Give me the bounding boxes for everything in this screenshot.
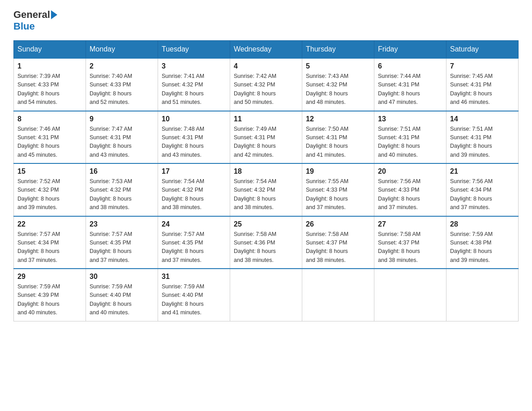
calendar-day-cell: 4 Sunrise: 7:42 AMSunset: 4:32 PMDayligh…: [230, 58, 302, 111]
logo-arrow-icon: [51, 10, 57, 19]
calendar-day-cell: 23 Sunrise: 7:57 AMSunset: 4:35 PMDaylig…: [86, 216, 158, 269]
day-number: 5: [306, 62, 370, 70]
calendar-day-cell: 22 Sunrise: 7:57 AMSunset: 4:34 PMDaylig…: [14, 216, 86, 269]
day-number: 11: [234, 115, 298, 123]
day-number: 1: [17, 62, 82, 70]
day-info: Sunrise: 7:55 AMSunset: 4:33 PMDaylight:…: [306, 178, 348, 210]
day-number: 28: [450, 220, 515, 228]
calendar-day-cell: 10 Sunrise: 7:48 AMSunset: 4:31 PMDaylig…: [158, 111, 230, 164]
day-number: 21: [450, 167, 515, 176]
day-number: 9: [90, 115, 154, 123]
day-info: Sunrise: 7:58 AMSunset: 4:36 PMDaylight:…: [234, 231, 276, 263]
logo: General Blue: [13, 9, 58, 32]
day-number: 25: [234, 220, 298, 228]
calendar-header-friday: Friday: [374, 41, 446, 59]
calendar-day-cell: 2 Sunrise: 7:40 AMSunset: 4:33 PMDayligh…: [86, 58, 158, 111]
day-number: 24: [162, 220, 226, 228]
day-info: Sunrise: 7:59 AMSunset: 4:39 PMDaylight:…: [17, 283, 60, 316]
day-number: 3: [162, 62, 226, 70]
day-number: 19: [306, 167, 370, 176]
day-info: Sunrise: 7:57 AMSunset: 4:34 PMDaylight:…: [17, 231, 60, 263]
day-info: Sunrise: 7:56 AMSunset: 4:33 PMDaylight:…: [378, 178, 420, 210]
calendar-header-row: SundayMondayTuesdayWednesdayThursdayFrid…: [14, 41, 519, 59]
calendar-day-cell: 20 Sunrise: 7:56 AMSunset: 4:33 PMDaylig…: [374, 163, 446, 216]
day-info: Sunrise: 7:57 AMSunset: 4:35 PMDaylight:…: [162, 231, 204, 263]
calendar-day-cell: 6 Sunrise: 7:44 AMSunset: 4:31 PMDayligh…: [374, 58, 446, 111]
calendar-day-cell: 1 Sunrise: 7:39 AMSunset: 4:33 PMDayligh…: [14, 58, 86, 111]
day-info: Sunrise: 7:50 AMSunset: 4:31 PMDaylight:…: [306, 126, 348, 158]
day-number: 22: [17, 220, 82, 228]
day-info: Sunrise: 7:57 AMSunset: 4:35 PMDaylight:…: [90, 231, 132, 263]
day-info: Sunrise: 7:41 AMSunset: 4:32 PMDaylight:…: [162, 73, 204, 105]
calendar-header-monday: Monday: [86, 41, 158, 59]
day-info: Sunrise: 7:51 AMSunset: 4:31 PMDaylight:…: [378, 126, 420, 158]
day-number: 20: [378, 167, 442, 176]
day-number: 29: [17, 273, 82, 281]
day-info: Sunrise: 7:56 AMSunset: 4:34 PMDaylight:…: [450, 178, 493, 210]
day-info: Sunrise: 7:46 AMSunset: 4:31 PMDaylight:…: [17, 126, 60, 158]
day-info: Sunrise: 7:52 AMSunset: 4:32 PMDaylight:…: [17, 178, 60, 210]
day-info: Sunrise: 7:59 AMSunset: 4:38 PMDaylight:…: [450, 231, 493, 263]
day-number: 6: [378, 62, 442, 70]
day-number: 30: [90, 273, 154, 281]
calendar-day-cell: 27 Sunrise: 7:58 AMSunset: 4:37 PMDaylig…: [374, 216, 446, 269]
day-info: Sunrise: 7:51 AMSunset: 4:31 PMDaylight:…: [450, 126, 493, 158]
logo-general-text: General: [13, 9, 50, 21]
day-info: Sunrise: 7:54 AMSunset: 4:32 PMDaylight:…: [162, 178, 204, 210]
calendar-header-wednesday: Wednesday: [230, 41, 302, 59]
calendar-day-cell: 31 Sunrise: 7:59 AMSunset: 4:40 PMDaylig…: [158, 269, 230, 321]
day-number: 10: [162, 115, 226, 123]
day-number: 27: [378, 220, 442, 228]
calendar-day-cell: [230, 269, 302, 321]
calendar-day-cell: 13 Sunrise: 7:51 AMSunset: 4:31 PMDaylig…: [374, 111, 446, 164]
day-number: 18: [234, 167, 298, 176]
day-number: 17: [162, 167, 226, 176]
calendar-week-row: 22 Sunrise: 7:57 AMSunset: 4:34 PMDaylig…: [14, 216, 519, 269]
calendar-week-row: 15 Sunrise: 7:52 AMSunset: 4:32 PMDaylig…: [14, 163, 519, 216]
calendar-day-cell: 12 Sunrise: 7:50 AMSunset: 4:31 PMDaylig…: [302, 111, 374, 164]
calendar-day-cell: 17 Sunrise: 7:54 AMSunset: 4:32 PMDaylig…: [158, 163, 230, 216]
calendar-day-cell: 25 Sunrise: 7:58 AMSunset: 4:36 PMDaylig…: [230, 216, 302, 269]
calendar-day-cell: 3 Sunrise: 7:41 AMSunset: 4:32 PMDayligh…: [158, 58, 230, 111]
day-number: 31: [162, 273, 226, 281]
calendar-day-cell: 30 Sunrise: 7:59 AMSunset: 4:40 PMDaylig…: [86, 269, 158, 321]
calendar-day-cell: 28 Sunrise: 7:59 AMSunset: 4:38 PMDaylig…: [446, 216, 519, 269]
calendar-day-cell: 11 Sunrise: 7:49 AMSunset: 4:31 PMDaylig…: [230, 111, 302, 164]
calendar-header-saturday: Saturday: [446, 41, 519, 59]
day-info: Sunrise: 7:49 AMSunset: 4:31 PMDaylight:…: [234, 126, 276, 158]
calendar-day-cell: 21 Sunrise: 7:56 AMSunset: 4:34 PMDaylig…: [446, 163, 519, 216]
day-number: 12: [306, 115, 370, 123]
page-header: General Blue: [13, 9, 519, 32]
day-info: Sunrise: 7:48 AMSunset: 4:31 PMDaylight:…: [162, 126, 204, 158]
calendar-day-cell: 18 Sunrise: 7:54 AMSunset: 4:32 PMDaylig…: [230, 163, 302, 216]
day-info: Sunrise: 7:40 AMSunset: 4:33 PMDaylight:…: [90, 73, 132, 105]
calendar-table: SundayMondayTuesdayWednesdayThursdayFrid…: [13, 40, 519, 321]
day-number: 4: [234, 62, 298, 70]
calendar-day-cell: 7 Sunrise: 7:45 AMSunset: 4:31 PMDayligh…: [446, 58, 519, 111]
calendar-day-cell: 16 Sunrise: 7:53 AMSunset: 4:32 PMDaylig…: [86, 163, 158, 216]
day-info: Sunrise: 7:45 AMSunset: 4:31 PMDaylight:…: [450, 73, 493, 105]
calendar-week-row: 8 Sunrise: 7:46 AMSunset: 4:31 PMDayligh…: [14, 111, 519, 164]
day-number: 13: [378, 115, 442, 123]
calendar-day-cell: [302, 269, 374, 321]
calendar-day-cell: [374, 269, 446, 321]
calendar-header-sunday: Sunday: [14, 41, 86, 59]
day-info: Sunrise: 7:39 AMSunset: 4:33 PMDaylight:…: [17, 73, 60, 105]
day-number: 23: [90, 220, 154, 228]
calendar-header-thursday: Thursday: [302, 41, 374, 59]
day-info: Sunrise: 7:53 AMSunset: 4:32 PMDaylight:…: [90, 178, 132, 210]
day-info: Sunrise: 7:58 AMSunset: 4:37 PMDaylight:…: [378, 231, 420, 263]
day-number: 26: [306, 220, 370, 228]
day-info: Sunrise: 7:58 AMSunset: 4:37 PMDaylight:…: [306, 231, 348, 263]
calendar-day-cell: 15 Sunrise: 7:52 AMSunset: 4:32 PMDaylig…: [14, 163, 86, 216]
calendar-day-cell: 26 Sunrise: 7:58 AMSunset: 4:37 PMDaylig…: [302, 216, 374, 269]
day-number: 14: [450, 115, 515, 123]
day-info: Sunrise: 7:47 AMSunset: 4:31 PMDaylight:…: [90, 126, 132, 158]
calendar-day-cell: 14 Sunrise: 7:51 AMSunset: 4:31 PMDaylig…: [446, 111, 519, 164]
calendar-header-tuesday: Tuesday: [158, 41, 230, 59]
calendar-day-cell: 9 Sunrise: 7:47 AMSunset: 4:31 PMDayligh…: [86, 111, 158, 164]
calendar-day-cell: 8 Sunrise: 7:46 AMSunset: 4:31 PMDayligh…: [14, 111, 86, 164]
logo-blue-text: Blue: [13, 21, 35, 32]
day-number: 16: [90, 167, 154, 176]
day-number: 7: [450, 62, 515, 70]
